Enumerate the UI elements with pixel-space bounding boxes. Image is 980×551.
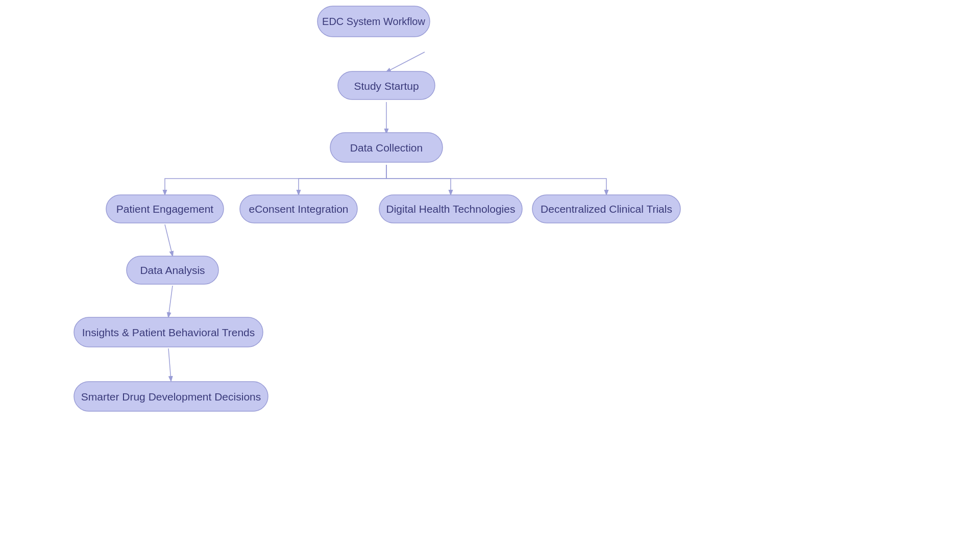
node-startup-label: Study Startup [354, 80, 419, 92]
connector-datacollection-digitalhealth [386, 165, 451, 194]
diagram-container: EDC System Workflow Study Startup Data C… [0, 0, 980, 551]
connector-patientengagement-dataanalysis [165, 224, 173, 256]
node-dataanalysis-label: Data Analysis [140, 264, 205, 276]
node-patientengagement-label: Patient Engagement [116, 203, 213, 215]
connector-datacollection-econsent [299, 165, 386, 194]
connector-datacollection-decentralized [386, 165, 606, 194]
connector-edc-startup [386, 52, 425, 72]
node-decentralized-label: Decentralized Clinical Trials [541, 203, 672, 215]
node-econsent-label: eConsent Integration [249, 203, 349, 215]
node-edc-label: EDC System Workflow [322, 16, 425, 27]
node-insights-label: Insights & Patient Behavioral Trends [82, 327, 255, 338]
node-datacollection-label: Data Collection [350, 142, 423, 154]
connector-datacollection-patientengagement [165, 165, 386, 194]
connector-insights-smarterdrug [168, 348, 171, 381]
node-digitalhealth-label: Digital Health Technologies [386, 203, 516, 215]
connector-dataanalysis-insights [168, 286, 173, 317]
node-smarterdrug-label: Smarter Drug Development Decisions [81, 391, 261, 403]
